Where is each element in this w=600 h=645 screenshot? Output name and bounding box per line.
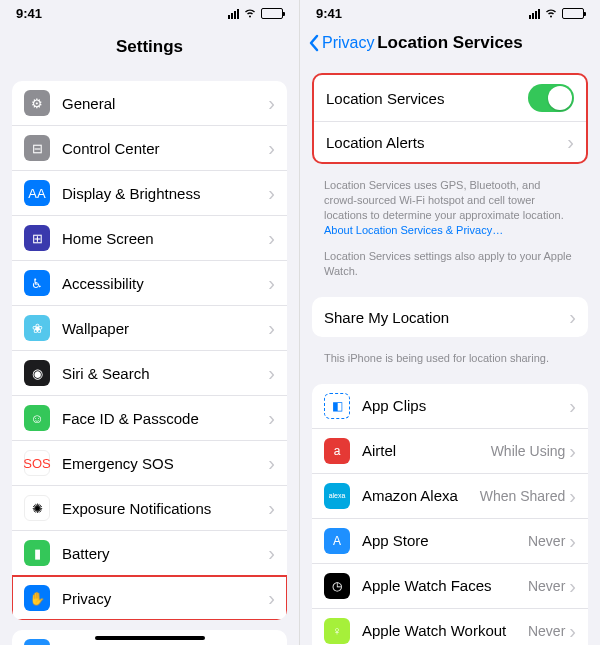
navbar: Settings [0, 23, 299, 71]
battery-icon [261, 8, 283, 19]
control-center-icon: ⊟ [24, 135, 50, 161]
home-screen-icon: ⊞ [24, 225, 50, 251]
description-text: This iPhone is being used for location s… [300, 347, 600, 374]
page-title: Settings [116, 37, 183, 57]
row-label: Siri & Search [62, 365, 268, 382]
chevron-right-icon: › [268, 93, 275, 113]
toggle-switch[interactable] [528, 84, 574, 112]
location-services-toggle-row[interactable]: Location Services [314, 75, 586, 122]
chevron-right-icon: › [268, 183, 275, 203]
row-label: Exposure Notifications [62, 500, 268, 517]
row-label: Amazon Alexa [362, 487, 480, 504]
home-indicator[interactable] [95, 636, 205, 640]
settings-screen: 9:41 Settings ⚙General›⊟Control Center›A… [0, 0, 300, 645]
app-clips-icon: ◧ [324, 393, 350, 419]
app-row-airtel[interactable]: aAirtelWhile Using› [312, 429, 588, 474]
settings-row-general[interactable]: ⚙General› [12, 81, 287, 126]
signal-icon [529, 9, 540, 19]
row-label: Face ID & Passcode [62, 410, 268, 427]
chevron-right-icon: › [268, 273, 275, 293]
row-value: Never [528, 578, 565, 594]
chevron-right-icon: › [569, 396, 576, 416]
settings-row-accessibility[interactable]: ♿︎Accessibility› [12, 261, 287, 306]
settings-row-faceid-passcode[interactable]: ☺Face ID & Passcode› [12, 396, 287, 441]
status-time: 9:41 [316, 6, 342, 21]
chevron-right-icon: › [569, 576, 576, 596]
chevron-right-icon: › [569, 531, 576, 551]
page-title: Location Services [377, 33, 523, 53]
location-alerts-row[interactable]: Location Alerts › [314, 122, 586, 162]
settings-row-emergency-sos[interactable]: SOSEmergency SOS› [12, 441, 287, 486]
accessibility-icon: ♿︎ [24, 270, 50, 296]
description-text: Location Services settings also apply to… [300, 245, 600, 287]
chevron-left-icon [308, 34, 320, 52]
row-label: Control Center [62, 140, 268, 157]
row-label: Privacy [62, 590, 268, 607]
settings-row-battery[interactable]: ▮Battery› [12, 531, 287, 576]
chevron-right-icon: › [268, 363, 275, 383]
app-row-amazon-alexa[interactable]: alexaAmazon AlexaWhen Shared› [312, 474, 588, 519]
status-bar: 9:41 [300, 0, 600, 23]
chevron-right-icon: › [268, 318, 275, 338]
back-button[interactable]: Privacy [308, 34, 374, 52]
chevron-right-icon: › [569, 307, 576, 327]
chevron-right-icon: › [268, 588, 275, 608]
row-label: Airtel [362, 442, 491, 459]
row-value: When Shared [480, 488, 566, 504]
about-link[interactable]: About Location Services & Privacy… [324, 224, 503, 236]
row-label: Accessibility [62, 275, 268, 292]
settings-row-siri-search[interactable]: ◉Siri & Search› [12, 351, 287, 396]
settings-row-control-center[interactable]: ⊟Control Center› [12, 126, 287, 171]
share-location-row[interactable]: Share My Location › [312, 297, 588, 337]
chevron-right-icon: › [268, 543, 275, 563]
battery-icon: ▮ [24, 540, 50, 566]
app-row-app-clips[interactable]: ◧App Clips› [312, 384, 588, 429]
app-store-icon: A [24, 639, 50, 645]
row-value: While Using [491, 443, 566, 459]
row-label: Home Screen [62, 230, 268, 247]
row-label: Battery [62, 545, 268, 562]
row-label: General [62, 95, 268, 112]
row-label: Share My Location [324, 309, 569, 326]
wifi-icon [243, 6, 257, 21]
display-brightness-icon: AA [24, 180, 50, 206]
share-location-group: Share My Location › [312, 297, 588, 337]
row-label: Emergency SOS [62, 455, 268, 472]
status-bar: 9:41 [0, 0, 299, 23]
emergency-sos-icon: SOS [24, 450, 50, 476]
row-label: Display & Brightness [62, 185, 268, 202]
wallpaper-icon: ❀ [24, 315, 50, 341]
row-label: Apple Watch Workout [362, 622, 528, 639]
amazon-alexa-icon: alexa [324, 483, 350, 509]
chevron-right-icon: › [268, 453, 275, 473]
chevron-right-icon: › [569, 621, 576, 641]
app-row-watch-faces[interactable]: ◷Apple Watch FacesNever› [312, 564, 588, 609]
watch-faces-icon: ◷ [324, 573, 350, 599]
signal-icon [228, 9, 239, 19]
settings-group: ⚙General›⊟Control Center›AADisplay & Bri… [12, 81, 287, 620]
airtel-icon: a [324, 438, 350, 464]
battery-icon [562, 8, 584, 19]
watch-workout-icon: ♀ [324, 618, 350, 644]
settings-row-home-screen[interactable]: ⊞Home Screen› [12, 216, 287, 261]
settings-row-privacy[interactable]: ✋Privacy› [12, 576, 287, 620]
chevron-right-icon: › [268, 228, 275, 248]
settings-row-display-brightness[interactable]: AADisplay & Brightness› [12, 171, 287, 216]
description-text: Location Services uses GPS, Bluetooth, a… [300, 174, 600, 245]
row-label: Location Services [326, 90, 528, 107]
chevron-right-icon: › [268, 498, 275, 518]
chevron-right-icon: › [268, 138, 275, 158]
app-row-app-store-app[interactable]: AApp StoreNever› [312, 519, 588, 564]
app-row-watch-workout[interactable]: ♀Apple Watch WorkoutNever› [312, 609, 588, 645]
chevron-right-icon: › [569, 486, 576, 506]
row-label: Wallpaper [62, 320, 268, 337]
wifi-icon [544, 6, 558, 21]
chevron-right-icon: › [569, 441, 576, 461]
row-value: Never [528, 533, 565, 549]
settings-row-wallpaper[interactable]: ❀Wallpaper› [12, 306, 287, 351]
row-value: Never [528, 623, 565, 639]
settings-row-exposure-notifications[interactable]: ✺Exposure Notifications› [12, 486, 287, 531]
general-icon: ⚙ [24, 90, 50, 116]
location-services-screen: 9:41 Privacy Location Services Location … [300, 0, 600, 645]
location-toggle-group: Location Services Location Alerts › [312, 73, 588, 164]
